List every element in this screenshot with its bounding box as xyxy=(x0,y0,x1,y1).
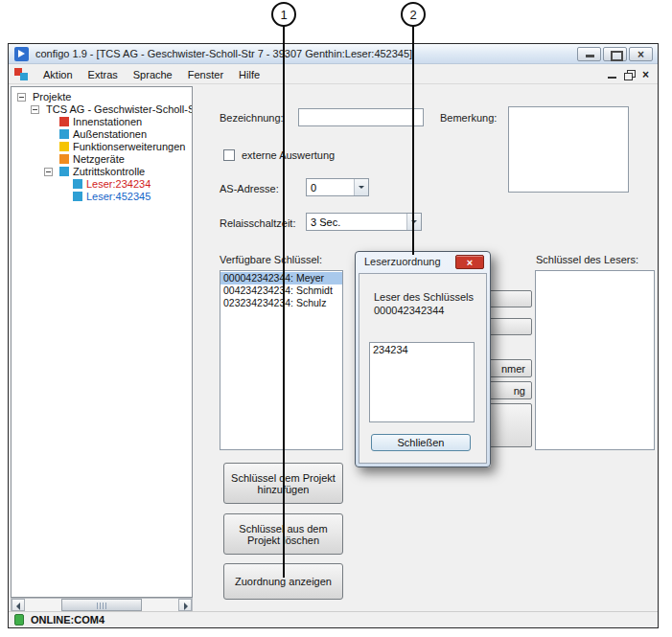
close-button[interactable]: × xyxy=(629,47,653,61)
reader-color-icon xyxy=(73,179,82,189)
externe-auswertung-checkbox[interactable] xyxy=(223,149,235,161)
tree-item-label: Netzgeräte xyxy=(73,153,125,166)
callout-line-2 xyxy=(412,26,414,255)
tree-item-label: Innenstationen xyxy=(73,116,142,128)
list-item[interactable]: 023234234234: Schulz xyxy=(220,297,342,309)
tree-item-funktionserweiterungen[interactable]: Funktionserweiterungen xyxy=(12,141,192,153)
chevron-down-icon[interactable] xyxy=(354,179,368,195)
tree-item-label: Außenstationen xyxy=(73,128,147,141)
close-icon: × xyxy=(630,48,652,60)
scrollbar-thumb[interactable] xyxy=(61,599,142,611)
dialog-content: Leser des Schlüssels 000042342344 234234… xyxy=(359,273,487,464)
tree-item-label: Funktionserweiterungen xyxy=(73,141,185,153)
reader-color-icon xyxy=(73,192,82,201)
menubar: Aktion Extras Sprache Fenster Hilfe × xyxy=(9,65,658,84)
tree-item-netzgeraete[interactable]: Netzgeräte xyxy=(12,153,192,166)
collapse-icon[interactable] xyxy=(31,105,39,114)
window-controls: × xyxy=(577,47,653,61)
mdi-close-icon[interactable]: × xyxy=(642,69,649,80)
app-icon xyxy=(14,47,29,61)
category-color-icon xyxy=(59,129,69,139)
dialog-text-line1: Leser des Schlüssels xyxy=(374,291,474,303)
relaisschaltzeit-select[interactable]: 3 Sec. xyxy=(306,213,422,231)
tree-item-leser-452345[interactable]: Leser:452345 xyxy=(12,191,192,203)
list-item[interactable]: 000042342344: Meyer xyxy=(220,272,342,284)
bemerkung-label: Bemerkung: xyxy=(440,112,497,124)
leserzuordnung-dialog: Leserzuordnung × Leser des Schlüssels 00… xyxy=(355,251,491,467)
tree-item-zutrittskontrolle[interactable]: Zutrittskontrolle xyxy=(12,166,192,178)
tree-horizontal-scrollbar[interactable] xyxy=(11,598,193,612)
menu-sprache[interactable]: Sprache xyxy=(126,65,180,84)
window-title: configo 1.9 - [TCS AG - Geschwister-Scho… xyxy=(35,48,412,59)
as-adresse-select[interactable]: 0 xyxy=(306,178,369,196)
tree-item-label: TCS AG - Geschwister-Scholl-S xyxy=(46,103,192,116)
tree-item-innenstationen[interactable]: Innenstationen xyxy=(12,116,192,128)
list-item[interactable]: 004234234234: Schmidt xyxy=(220,284,342,297)
menu-fenster[interactable]: Fenster xyxy=(180,65,231,84)
available-keys-listbox[interactable]: 000042342344: Meyer 004234234234: Schmid… xyxy=(220,270,343,450)
as-adresse-label: AS-Adresse: xyxy=(220,183,279,194)
category-color-icon xyxy=(59,167,69,176)
online-status-icon xyxy=(14,614,24,626)
tree-item-aussenstationen[interactable]: Außenstationen xyxy=(12,128,192,141)
screenshot-canvas: configo 1.9 - [TCS AG - Geschwister-Scho… xyxy=(0,0,672,637)
collapse-icon[interactable] xyxy=(17,93,26,102)
bezeichnung-input[interactable] xyxy=(298,108,424,126)
callout-circle-1: 1 xyxy=(271,2,296,27)
tree-item-leser-234234[interactable]: Leser:234234 xyxy=(12,178,192,191)
minimize-button[interactable] xyxy=(577,47,601,61)
relaisschaltzeit-value: 3 Sec. xyxy=(311,216,340,228)
bezeichnung-label: Bezeichnung: xyxy=(220,112,284,124)
menu-extras[interactable]: Extras xyxy=(81,65,126,84)
online-status-text: ONLINE:COM4 xyxy=(31,614,104,626)
tree-item-project[interactable]: TCS AG - Geschwister-Scholl-S xyxy=(12,103,192,116)
as-adresse-value: 0 xyxy=(311,182,316,193)
close-icon: × xyxy=(467,257,473,268)
schluessel-des-lesers-label: Schlüssel des Lesers: xyxy=(536,254,638,265)
tree-item-label: Leser:452345 xyxy=(86,191,151,203)
menu-aktion[interactable]: Aktion xyxy=(35,65,81,84)
project-tree: Projekte TCS AG - Geschwister-Scholl-S I… xyxy=(11,86,193,598)
tree-item-label: Projekte xyxy=(33,91,71,103)
callout-line-1 xyxy=(283,26,285,578)
scroll-left-icon[interactable] xyxy=(12,599,25,611)
reader-keys-listbox[interactable] xyxy=(535,270,655,450)
tree-item-projekte[interactable]: Projekte xyxy=(12,91,192,103)
app-window: configo 1.9 - [TCS AG - Geschwister-Scho… xyxy=(8,43,659,628)
bemerkung-textarea[interactable] xyxy=(508,106,629,193)
dialog-close-button[interactable]: × xyxy=(455,255,484,269)
tree-item-label: Zutrittskontrolle xyxy=(73,166,145,178)
tree-item-label: Leser:234234 xyxy=(86,178,151,191)
schliessen-button[interactable]: Schließen xyxy=(371,434,471,451)
mdi-minimize-icon[interactable] xyxy=(608,70,616,80)
category-color-icon xyxy=(59,142,69,151)
scroll-right-icon[interactable] xyxy=(178,599,192,611)
externe-auswertung-label: externe Auswertung xyxy=(242,149,335,161)
category-color-icon xyxy=(59,154,69,164)
mdi-child-controls: × xyxy=(608,69,658,80)
verfuegbare-schluessel-label: Verfügbare Schlüssel: xyxy=(220,254,322,265)
collapse-icon[interactable] xyxy=(44,168,53,176)
callout-circle-2: 2 xyxy=(401,2,426,27)
menu-hilfe[interactable]: Hilfe xyxy=(231,65,267,84)
statusbar: ONLINE:COM4 xyxy=(9,611,658,627)
maximize-button[interactable] xyxy=(603,47,627,61)
category-color-icon xyxy=(59,117,69,126)
dialog-text-line2: 000042342344 xyxy=(374,305,444,316)
dialog-key-listbox[interactable]: 234234 xyxy=(369,342,475,422)
list-item[interactable]: 234234 xyxy=(370,344,474,356)
dialog-title: Leserzuordnung xyxy=(364,256,441,267)
document-icon xyxy=(14,67,29,81)
mdi-restore-icon[interactable] xyxy=(624,70,635,80)
titlebar[interactable]: configo 1.9 - [TCS AG - Geschwister-Scho… xyxy=(9,44,658,64)
